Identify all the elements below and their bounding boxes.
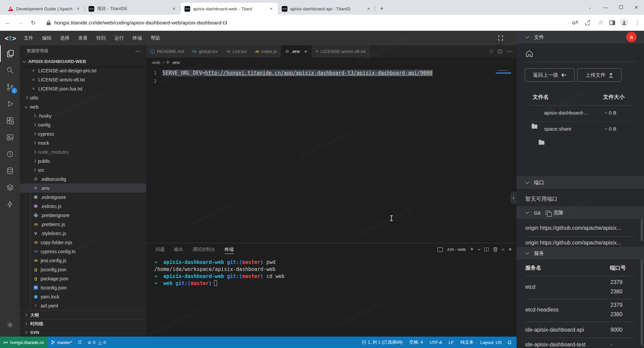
tree-item[interactable]: .prettierignore <box>20 211 146 220</box>
encoding-status[interactable]: UTF-8 <box>426 340 445 345</box>
tree-item[interactable]: {}package.json <box>20 274 146 283</box>
tab-close-icon[interactable]: × <box>171 6 177 12</box>
forward-button[interactable]: → <box>15 18 25 28</box>
breadcrumb-folder[interactable]: web <box>152 60 160 65</box>
right-panel-toggle-chevron[interactable]: › <box>510 192 517 204</box>
new-tab-button[interactable]: + <box>377 4 386 13</box>
file-row-name[interactable]: space.share <box>544 126 572 132</box>
database-activity-icon[interactable] <box>0 162 20 179</box>
window-close-button[interactable]: × <box>629 4 644 11</box>
settings-gear-icon[interactable] <box>0 317 20 333</box>
tab-close-icon[interactable]: × <box>366 6 372 12</box>
run-debug-activity-icon[interactable] <box>0 95 20 112</box>
tree-item[interactable]: JS.prettierrc.js <box>20 220 146 229</box>
problems-tab[interactable]: 问题 <box>151 243 169 256</box>
browser-menu-kebab-icon[interactable]: ⋮ <box>633 19 641 26</box>
fullscreen-icon[interactable] <box>498 36 503 41</box>
layers-activity-icon[interactable] <box>0 179 20 196</box>
tree-item[interactable]: !asf.yaml <box>20 301 146 310</box>
tree-folder[interactable]: cypress <box>20 129 146 138</box>
address-bar[interactable]: hongxi.titanide.cn/ide/web/coding/apisix… <box>54 20 227 25</box>
tree-item[interactable]: JScopy-folder.mjs <box>20 238 146 247</box>
language-mode-status[interactable]: 纯文本 <box>457 339 477 345</box>
tree-item[interactable]: {}jsconfig.json <box>20 265 146 274</box>
timeline-section[interactable]: 时间线 <box>20 319 146 328</box>
back-button[interactable]: ← <box>3 18 13 28</box>
files-section-header[interactable]: 文件 <box>517 31 644 44</box>
tree-folder[interactable]: node_modules <box>20 147 146 156</box>
output-tab[interactable]: 输出 <box>169 243 188 256</box>
window-minimize-button[interactable]: — <box>598 5 613 10</box>
clock-activity-icon[interactable] <box>0 146 20 162</box>
menu-file[interactable]: 文件 <box>19 31 38 45</box>
tree-folder[interactable]: src <box>20 165 146 175</box>
lightning-activity-icon[interactable] <box>0 196 20 213</box>
tree-item-selected[interactable]: ⚙.env <box>20 184 146 193</box>
tab-close-icon[interactable]: × <box>75 6 81 12</box>
svn-section[interactable]: SVN <box>20 328 146 337</box>
explorer-activity-icon[interactable] <box>0 45 20 62</box>
file-row-name[interactable]: apisix-dashboard-... <box>544 110 588 116</box>
split-terminal-icon[interactable] <box>484 248 489 251</box>
tree-folder[interactable]: utils <box>20 93 146 102</box>
terminal-dropdown-chevron-icon[interactable] <box>478 247 480 250</box>
menu-terminal[interactable]: 终端 <box>128 31 146 45</box>
side-panel-icon[interactable] <box>609 20 615 25</box>
explorer-root-folder[interactable]: APISIX-DASHBOARD-WEB <box>20 57 146 66</box>
editor-tab[interactable]: TSList.tsx <box>222 45 251 58</box>
menu-run[interactable]: 运行 <box>110 31 128 45</box>
search-activity-icon[interactable] <box>0 62 20 79</box>
tree-folder[interactable]: config <box>20 120 146 129</box>
scrollbar-thumb[interactable] <box>641 218 643 241</box>
translate-icon[interactable]: G文 <box>571 20 579 25</box>
user-avatar[interactable]: a <box>626 32 637 42</box>
git-branch-status[interactable]: master* <box>48 340 75 345</box>
go-up-button[interactable]: 返回上一级 <box>525 68 575 82</box>
bookmark-star-icon[interactable]: ☆ <box>597 19 605 26</box>
kill-terminal-trash-icon[interactable] <box>493 247 498 252</box>
tree-item[interactable]: ≡LICENSE-antvis-x6.txt <box>20 75 146 84</box>
tree-item[interactable]: ⚙.editorconfig <box>20 175 146 184</box>
tree-folder[interactable]: public <box>20 156 146 165</box>
scrollbar-thumb[interactable] <box>641 257 643 346</box>
window-maximize-button[interactable] <box>613 5 629 10</box>
sync-status[interactable] <box>75 340 85 345</box>
git-section-header[interactable]: Git 克隆 <box>517 206 644 219</box>
terminal-output[interactable]: ➜ apisix-dashboard-web git:(master) pwd … <box>146 256 517 287</box>
keyboard-layout-status[interactable]: Layout: US <box>477 340 505 345</box>
close-panel-icon[interactable]: × <box>508 246 512 253</box>
indentation-status[interactable]: 空格: 4 <box>406 339 426 345</box>
ports-section-header[interactable]: 端口 <box>517 176 644 189</box>
maximize-panel-chevron-icon[interactable] <box>502 249 504 251</box>
git-remote-row[interactable]: origin https://github.com/apache/apisix.… <box>525 240 621 246</box>
outline-section[interactable]: 大纲 <box>20 310 146 319</box>
code-editor[interactable]: 1 SERVE_URL_DEV=http://hongxi.titanide.c… <box>146 67 517 243</box>
menu-goto[interactable]: 转到 <box>92 31 110 45</box>
eol-status[interactable]: LF <box>445 340 457 345</box>
tree-item[interactable]: TStsconfig.json <box>20 283 146 292</box>
browser-profile-avatar[interactable] <box>620 18 629 27</box>
editor-tab[interactable]: ≡LICENSE-antvis-x6.txt <box>312 45 370 58</box>
extensions-activity-icon[interactable] <box>0 112 20 129</box>
preview-card-activity-icon[interactable] <box>0 129 20 146</box>
source-control-activity-icon[interactable]: 1 <box>0 79 20 95</box>
tree-item[interactable]: .eslintignore <box>20 193 146 202</box>
tree-folder-expanded[interactable]: web <box>20 102 146 111</box>
notifications-bell-icon[interactable] <box>507 340 512 345</box>
tree-item[interactable]: TScypress.config.ts <box>20 247 146 256</box>
split-editor-icon[interactable] <box>498 50 502 53</box>
new-terminal-icon[interactable]: + <box>470 246 474 253</box>
menu-help[interactable]: 帮助 <box>146 31 164 45</box>
clone-label[interactable]: 克隆 <box>553 210 563 216</box>
tree-item[interactable]: V.stylelintrc.js <box>20 229 146 238</box>
breadcrumb-file[interactable]: .env <box>172 60 180 65</box>
terminal-shell-label[interactable]: zsh - web <box>447 247 466 252</box>
tree-item[interactable]: .eslintrc.js <box>20 202 146 211</box>
browser-tab[interactable]: Development Guide | Apache × <box>4 3 85 15</box>
git-remote-row[interactable]: origin https://github.com/apache/apisix.… <box>525 225 621 231</box>
browser-tab[interactable]: <t> apisix-dashboard-api - TitanID × <box>278 3 375 15</box>
menu-selection[interactable]: 选择 <box>56 31 74 45</box>
refresh-button[interactable]: ↻ <box>28 18 38 28</box>
share-icon[interactable] <box>584 20 592 26</box>
tab-close-icon[interactable]: × <box>268 6 274 12</box>
